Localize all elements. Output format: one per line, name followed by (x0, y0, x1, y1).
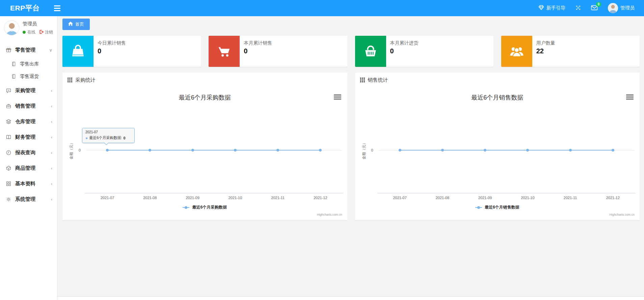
guide-label: 新手引导 (546, 5, 565, 11)
logout-icon (39, 30, 44, 35)
tab-bar: 首页 (62, 18, 640, 30)
sidebar-toggle-icon[interactable] (54, 5, 60, 11)
purchase-stats-panel: 采购统计 最近6个月采购数据 金额（元） 0 (62, 73, 347, 220)
stat-value: 0 (98, 47, 126, 55)
legend-item[interactable]: 最近6个月销售数据 (355, 204, 640, 210)
sidebar-item-label: 销售管理 (15, 103, 35, 109)
data-point[interactable] (276, 149, 279, 152)
sidebar-item-warehouse[interactable]: 仓库管理 ‹ (0, 114, 57, 129)
home-icon (68, 22, 73, 27)
stat-label: 今日累计销售 (98, 40, 126, 46)
stat-label: 用户数量 (536, 40, 555, 46)
messages-button[interactable]: 0 (591, 5, 598, 11)
data-point[interactable] (106, 149, 109, 152)
online-status-label: 在线 (27, 29, 35, 35)
chevron-left-icon: ‹ (51, 181, 52, 186)
x-axis-label: 2021-10 (521, 196, 534, 200)
panel-title: 采购统计 (75, 77, 96, 83)
grid-dots-icon (360, 78, 365, 82)
sidebar-username: 管理员 (23, 21, 53, 27)
sidebar-menu: 零售管理 ∨ 零售出库 零售退货 采购管理 ‹ (0, 42, 57, 207)
tab-home[interactable]: 首页 (62, 19, 90, 30)
chevron-down-icon: ∨ (49, 48, 52, 53)
data-point[interactable] (399, 149, 401, 152)
sidebar-item-retail[interactable]: 零售管理 ∨ (0, 42, 57, 58)
sidebar-user-panel: 管理员 在线 注销 (0, 16, 57, 39)
highcharts-credit-link[interactable]: Highcharts.com.cn (609, 213, 635, 216)
tooltip-series-label: 最近6个月采购数据: (89, 135, 122, 140)
stat-card-month-purchase: 本月累计进货 0 (355, 36, 493, 67)
grid-icon (6, 181, 11, 187)
sidebar-item-basic-data[interactable]: 基本资料 ‹ (0, 176, 57, 191)
stat-card-today-sales: 今日累计销售 0 (62, 36, 201, 67)
clock-icon (6, 150, 11, 156)
sidebar-item-retail-outbound[interactable]: 零售出库 (0, 58, 57, 70)
chat-square-icon (6, 88, 11, 93)
plot-area: 2021-07 2021-08 2021-09 2021-10 2021-11 … (86, 87, 342, 220)
chevron-left-icon: ‹ (51, 166, 52, 171)
sidebar-item-system[interactable]: 系统管理 ‹ (0, 191, 57, 207)
sidebar-item-label: 财务管理 (15, 134, 35, 140)
cart-icon (209, 36, 240, 67)
panel-title: 销售统计 (368, 77, 388, 83)
user-menu[interactable]: 管理员 (608, 3, 635, 13)
sales-chart: 最近6个月销售数据 金额（元） 0 2021-07 (355, 87, 640, 220)
guide-button[interactable]: 新手引导 (538, 5, 565, 11)
sidebar-item-label: 基本资料 (15, 181, 35, 187)
legend-marker-icon (183, 207, 189, 208)
sidebar-item-finance[interactable]: 财务管理 ‹ (0, 129, 57, 145)
x-axis-label: 2021-11 (271, 196, 285, 200)
data-point[interactable] (234, 149, 237, 152)
sidebar-item-retail-return[interactable]: 零售退货 (0, 70, 57, 83)
sidebar-item-sales[interactable]: 销售管理 ‹ (0, 98, 57, 114)
data-point[interactable] (149, 149, 151, 152)
users-icon (501, 36, 532, 67)
tooltip-header: 2021-07 (85, 130, 131, 134)
sidebar-item-goods[interactable]: 商品管理 ‹ (0, 160, 57, 176)
sidebar-item-label: 系统管理 (15, 196, 35, 202)
data-point[interactable] (569, 149, 572, 152)
x-axis-label: 2021-07 (393, 196, 406, 200)
legend-marker-icon (475, 207, 482, 208)
data-point[interactable] (526, 149, 529, 152)
online-status-icon (23, 31, 26, 34)
book-open-icon (6, 134, 11, 140)
logout-button[interactable]: 注销 (39, 29, 53, 35)
series-marker-icon: ● (85, 136, 88, 140)
sidebar-item-label: 仓库管理 (15, 118, 35, 125)
data-point[interactable] (191, 149, 194, 152)
stat-label: 本月累计进货 (390, 40, 419, 46)
grid-dots-icon (68, 78, 72, 82)
cube-icon (6, 165, 11, 171)
fullscreen-button[interactable] (575, 5, 581, 11)
sidebar-item-reports[interactable]: 报表查询 ‹ (0, 145, 57, 160)
tab-label: 首页 (75, 21, 84, 27)
y-axis-tick: 0 (361, 148, 373, 152)
fullscreen-icon (575, 5, 581, 11)
stat-card-month-sales: 本月累计销售 0 (209, 36, 347, 67)
purchase-chart: 最近6个月采购数据 金额（元） 0 2021-07 (62, 87, 347, 220)
gift-icon (6, 47, 11, 53)
sidebar-item-label: 采购管理 (15, 87, 35, 94)
chart-tooltip: 2021-07 ● 最近6个月采购数据: 0 (82, 128, 135, 143)
x-axis-label: 2021-12 (606, 196, 620, 200)
chevron-left-icon: ‹ (51, 88, 52, 93)
x-axis-line (377, 193, 636, 193)
gem-icon (538, 5, 544, 11)
tooltip-value: 0 (123, 136, 125, 140)
data-point[interactable] (441, 149, 444, 152)
legend-item[interactable]: 最近6个月采购数据 (62, 204, 347, 210)
x-axis-label: 2021-09 (478, 196, 492, 200)
data-point[interactable] (319, 149, 322, 152)
data-point[interactable] (612, 149, 614, 152)
basket-icon (355, 36, 386, 67)
chevron-left-icon: ‹ (51, 104, 52, 109)
x-axis-label: 2021-10 (229, 196, 242, 200)
avatar (4, 20, 19, 35)
sidebar-item-purchase[interactable]: 采购管理 ‹ (0, 83, 57, 98)
data-point[interactable] (484, 149, 486, 152)
x-axis-line (85, 193, 343, 193)
avatar (608, 3, 618, 13)
highcharts-credit-link[interactable]: Highcharts.com.cn (317, 213, 342, 216)
y-axis-tick: 0 (69, 148, 81, 152)
